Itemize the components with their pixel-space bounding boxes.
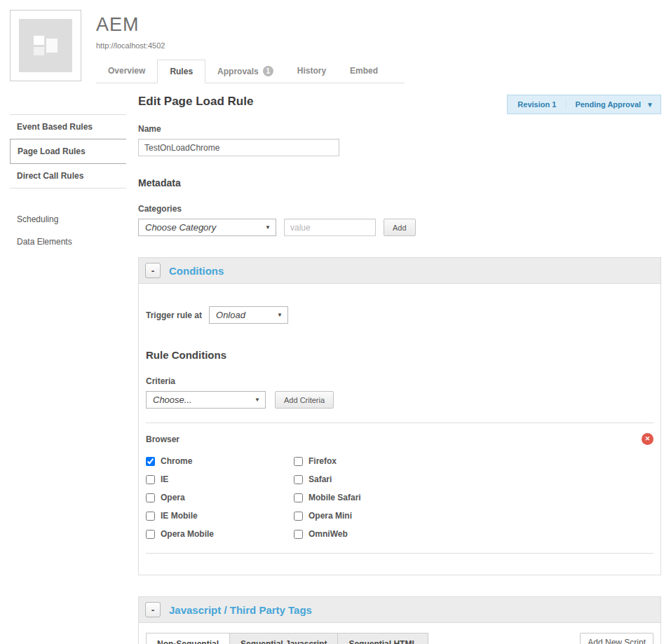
browser-checkbox-ie[interactable]: IE	[146, 474, 294, 484]
browser-checkbox-opera-mobile[interactable]: Opera Mobile	[146, 529, 294, 539]
browser-checkbox-firefox[interactable]: Firefox	[294, 456, 510, 466]
collapse-scripts-button[interactable]: -	[145, 602, 161, 617]
browser-checkbox-omniweb[interactable]: OmniWeb	[294, 529, 510, 539]
category-select-value: Choose Category	[145, 222, 216, 233]
categories-row: Choose Category ▼ Add	[138, 219, 661, 236]
name-label: Name	[138, 124, 661, 134]
add-criteria-button[interactable]: Add Criteria	[275, 391, 334, 409]
dropdown-arrow-icon: ▼	[255, 397, 260, 403]
browser-checkbox-chrome[interactable]: Chrome	[146, 456, 294, 466]
browser-criterion-header: Browser ✕	[146, 433, 653, 445]
tab-history[interactable]: History	[285, 60, 338, 83]
ie-checkbox[interactable]	[146, 475, 155, 484]
checkbox-label: Opera Mini	[309, 511, 352, 521]
metadata-heading: Metadata	[138, 177, 661, 189]
browser-checkbox-mobile-safari[interactable]: Mobile Safari	[294, 493, 510, 502]
main-tabs: Overview Rules Approvals1 History Embed	[96, 60, 405, 83]
checkbox-label: Chrome	[161, 456, 192, 466]
app-url: http://localhost:4502	[96, 41, 661, 50]
dropdown-arrow-icon: ▼	[277, 312, 283, 318]
browser-checkbox-opera-mini[interactable]: Opera Mini	[294, 511, 510, 521]
criteria-select-value: Choose...	[153, 395, 192, 405]
checkbox-label: Opera	[161, 493, 185, 502]
browser-checkbox-ie-mobile[interactable]: IE Mobile	[146, 511, 294, 521]
dropdown-arrow-icon: ▼	[265, 224, 271, 231]
checkbox-label: Safari	[309, 474, 332, 484]
conditions-panel: - Conditions Trigger rule at Onload ▼ Ru…	[138, 257, 661, 575]
scripts-panel-body: Non-Sequential Sequential Javascript Seq…	[139, 623, 660, 644]
sidebar-item-event-based-rules[interactable]: Event Based Rules	[10, 115, 126, 139]
app-title: AEM	[96, 14, 661, 36]
sidebar-rules-group: Event Based Rules Page Load Rules Direct…	[10, 114, 126, 189]
name-input[interactable]	[138, 139, 339, 156]
omniweb-checkbox[interactable]	[294, 530, 303, 539]
opera-checkbox[interactable]	[146, 493, 155, 502]
divider	[146, 423, 653, 423]
opera-mobile-checkbox[interactable]	[146, 530, 155, 539]
collapse-conditions-button[interactable]: -	[145, 263, 161, 278]
category-select[interactable]: Choose Category ▼	[138, 219, 276, 236]
browser-checkbox-safari[interactable]: Safari	[294, 474, 510, 484]
sidebar: Event Based Rules Page Load Rules Direct…	[10, 114, 126, 644]
categories-label: Categories	[138, 204, 661, 214]
add-category-button[interactable]: Add	[384, 219, 416, 236]
browser-checkbox-grid: Chrome Firefox IE Safari	[146, 456, 510, 539]
approval-status: Pending Approval	[567, 100, 645, 109]
divider	[146, 553, 653, 554]
checkbox-label: Opera Mobile	[161, 529, 214, 539]
tab-embed[interactable]: Embed	[338, 60, 390, 83]
tab-sequential-html[interactable]: Sequential HTML	[338, 633, 428, 644]
category-value-input[interactable]	[284, 219, 376, 236]
safari-checkbox[interactable]	[294, 475, 303, 484]
scripts-panel-header: - Javascript / Third Party Tags	[139, 597, 660, 623]
layout-glyph-icon	[34, 36, 57, 55]
firefox-checkbox[interactable]	[294, 457, 303, 466]
sidebar-item-data-elements[interactable]: Data Elements	[10, 231, 126, 253]
remove-criterion-icon[interactable]: ✕	[642, 433, 653, 445]
tab-approvals-label: Approvals	[217, 67, 259, 76]
script-tabs: Non-Sequential Sequential Javascript Seq…	[146, 633, 428, 644]
scripts-title: Javascript / Third Party Tags	[169, 604, 312, 616]
conditions-title: Conditions	[169, 265, 224, 277]
trigger-select[interactable]: Onload ▼	[209, 306, 288, 324]
image-placeholder-icon	[19, 19, 72, 72]
checkbox-label: Firefox	[309, 456, 337, 466]
page: AEM http://localhost:4502 Overview Rules…	[0, 0, 671, 644]
script-tabs-row: Non-Sequential Sequential Javascript Seq…	[146, 633, 653, 644]
browser-checkbox-opera[interactable]: Opera	[146, 493, 294, 502]
scripts-panel: - Javascript / Third Party Tags Non-Sequ…	[138, 596, 661, 644]
add-new-script-button[interactable]: Add New Script	[580, 633, 653, 644]
content: Event Based Rules Page Load Rules Direct…	[0, 83, 671, 644]
ie-mobile-checkbox[interactable]	[146, 512, 155, 521]
header-right: AEM http://localhost:4502 Overview Rules…	[96, 10, 661, 83]
app-logo	[10, 10, 81, 81]
revision-status-dropdown[interactable]: Revision 1 Pending Approval ▼	[507, 95, 661, 114]
checkbox-label: IE Mobile	[161, 511, 198, 521]
checkbox-label: OmniWeb	[309, 529, 348, 539]
chevron-down-icon: ▼	[645, 101, 660, 109]
revision-label: Revision 1	[508, 100, 567, 109]
tab-approvals[interactable]: Approvals1	[205, 60, 285, 83]
mobile-safari-checkbox[interactable]	[294, 493, 303, 502]
trigger-row: Trigger rule at Onload ▼	[146, 306, 653, 324]
sidebar-item-scheduling[interactable]: Scheduling	[10, 208, 126, 231]
criteria-row: Choose... ▼ Add Criteria	[146, 391, 653, 409]
conditions-panel-body: Trigger rule at Onload ▼ Rule Conditions…	[139, 284, 660, 575]
trigger-rule-label: Trigger rule at	[146, 310, 202, 320]
criteria-select[interactable]: Choose... ▼	[146, 391, 266, 409]
conditions-panel-header: - Conditions	[139, 258, 660, 284]
opera-mini-checkbox[interactable]	[294, 512, 303, 521]
tab-rules[interactable]: Rules	[157, 60, 205, 83]
sidebar-item-page-load-rules[interactable]: Page Load Rules	[10, 139, 126, 164]
tab-sequential-javascript[interactable]: Sequential Javascript	[230, 633, 338, 644]
tab-overview[interactable]: Overview	[96, 60, 157, 83]
chrome-checkbox[interactable]	[146, 457, 155, 466]
approvals-badge: 1	[263, 66, 273, 76]
checkbox-label: Mobile Safari	[309, 493, 361, 502]
sidebar-item-direct-call-rules[interactable]: Direct Call Rules	[10, 164, 126, 189]
trigger-select-value: Onload	[216, 310, 245, 320]
tab-non-sequential[interactable]: Non-Sequential	[146, 633, 230, 644]
browser-label: Browser	[146, 434, 179, 444]
criteria-label: Criteria	[146, 376, 653, 386]
main: Revision 1 Pending Approval ▼ Edit Page …	[138, 83, 661, 644]
